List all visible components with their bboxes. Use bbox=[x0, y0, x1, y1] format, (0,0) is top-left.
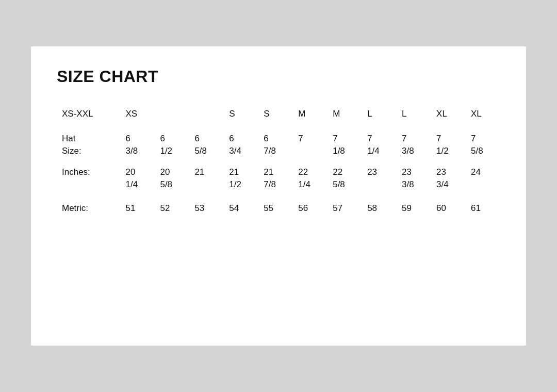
hat-m1: 7 bbox=[293, 125, 327, 159]
inch-m2: 225/8 bbox=[327, 159, 362, 193]
hat-l1: 71/4 bbox=[362, 125, 397, 159]
inches-label: Inches: bbox=[57, 159, 120, 193]
size-s1: S bbox=[224, 103, 258, 125]
hat-xl1: 71/2 bbox=[431, 125, 466, 159]
size-xl1: XL bbox=[431, 103, 466, 125]
page-title: SIZE CHART bbox=[57, 67, 500, 86]
size-xs: XS bbox=[120, 103, 155, 125]
inch-xs2: 205/8 bbox=[155, 159, 189, 193]
metric-51: 51 bbox=[120, 193, 155, 222]
sizes-label: XS-XXL bbox=[57, 103, 120, 125]
size-xl2: XL bbox=[466, 103, 500, 125]
metric-row: Metric: 51 52 53 54 55 56 57 58 59 60 61 bbox=[57, 193, 500, 222]
metric-58: 58 bbox=[362, 193, 397, 222]
size-blank2 bbox=[189, 103, 224, 125]
hat-l2: 73/8 bbox=[397, 125, 431, 159]
inch-xl1: 233/4 bbox=[431, 159, 466, 193]
inch-xs1: 201/4 bbox=[120, 159, 155, 193]
inch-xs3: 21 bbox=[189, 159, 224, 193]
size-m1: M bbox=[293, 103, 327, 125]
inch-s2: 217/8 bbox=[258, 159, 293, 193]
inch-s1: 211/2 bbox=[224, 159, 258, 193]
metric-54: 54 bbox=[224, 193, 258, 222]
metric-60: 60 bbox=[431, 193, 466, 222]
hat-s1: 63/4 bbox=[224, 125, 258, 159]
metric-53: 53 bbox=[189, 193, 224, 222]
hat-m2: 71/8 bbox=[327, 125, 362, 159]
size-s2: S bbox=[258, 103, 293, 125]
hat-xs3: 65/8 bbox=[189, 125, 224, 159]
size-l1: L bbox=[362, 103, 397, 125]
metric-55: 55 bbox=[258, 193, 293, 222]
inch-l2: 233/8 bbox=[397, 159, 431, 193]
metric-61: 61 bbox=[466, 193, 500, 222]
metric-59: 59 bbox=[397, 193, 431, 222]
inch-m1: 221/4 bbox=[293, 159, 327, 193]
size-m2: M bbox=[327, 103, 362, 125]
size-chart-card: SIZE CHART XS-XXL XS S S M M L L XL XL H… bbox=[31, 46, 526, 346]
hat-xs1: 63/8 bbox=[120, 125, 155, 159]
sizes-row: XS-XXL XS S S M M L L XL XL bbox=[57, 103, 500, 125]
metric-52: 52 bbox=[155, 193, 189, 222]
inches-row: Inches: 201/4 205/8 21 211/2 217/8 221/4… bbox=[57, 159, 500, 193]
size-chart-table: XS-XXL XS S S M M L L XL XL HatSize: 63/… bbox=[57, 103, 500, 222]
hat-s2: 67/8 bbox=[258, 125, 293, 159]
hat-size-row: HatSize: 63/8 61/2 65/8 63/4 67/8 7 71/8… bbox=[57, 125, 500, 159]
hat-xl2: 75/8 bbox=[466, 125, 500, 159]
hat-size-label: HatSize: bbox=[57, 125, 120, 159]
metric-label: Metric: bbox=[57, 193, 120, 222]
size-blank1 bbox=[155, 103, 189, 125]
inch-xl2: 24 bbox=[466, 159, 500, 193]
hat-xs2: 61/2 bbox=[155, 125, 189, 159]
inch-l1: 23 bbox=[362, 159, 397, 193]
metric-56: 56 bbox=[293, 193, 327, 222]
metric-57: 57 bbox=[327, 193, 362, 222]
size-l2: L bbox=[397, 103, 431, 125]
